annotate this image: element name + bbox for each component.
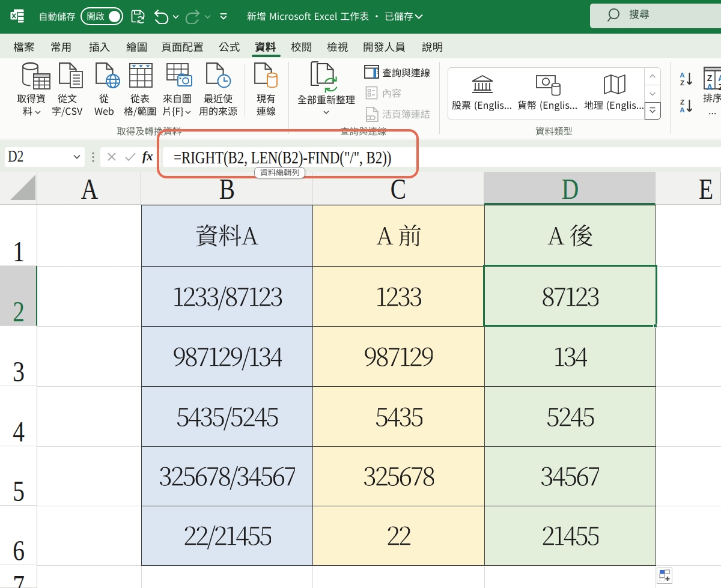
svg-text:Z: Z — [680, 99, 684, 106]
svg-text:Z: Z — [719, 82, 721, 92]
svg-text:A: A — [718, 73, 721, 83]
svg-text:Z: Z — [680, 79, 684, 86]
svg-text:A: A — [680, 106, 684, 114]
svg-text:Z: Z — [707, 73, 713, 83]
svg-text:A: A — [707, 82, 713, 92]
svg-text:A: A — [680, 71, 684, 79]
